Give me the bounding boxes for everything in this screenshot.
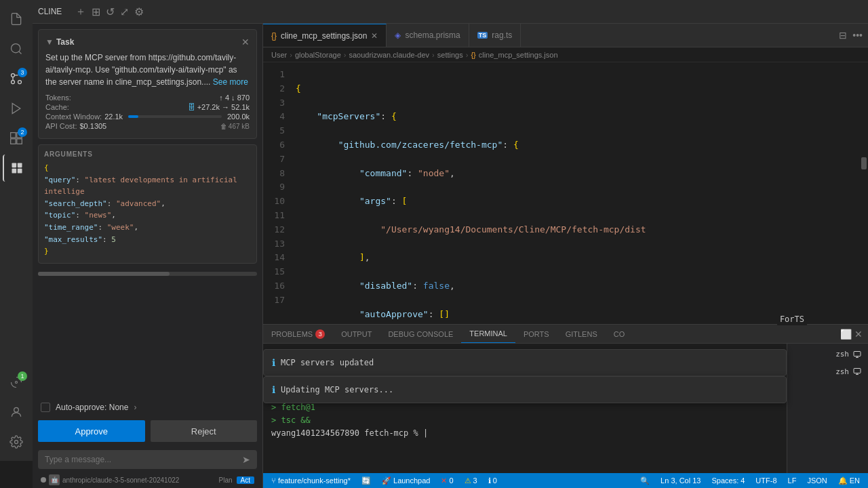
content-area: ▼ Task ✕ Set up the MCP server from http… [33,24,868,488]
tab-gitlens[interactable]: GITLENS [557,325,606,343]
message-input-area[interactable]: ➤ [38,450,257,469]
maximize-panel-icon[interactable]: ⬜ [840,329,852,340]
code-editor: 12345 678910 1112131415 1617 { "mcpServe… [263,62,868,324]
more-tabs-icon[interactable]: ••• [852,30,863,41]
tab-debug-console[interactable]: DEBUG CONSOLE [380,325,461,343]
search-status-item[interactable]: 🔍 [637,476,652,485]
task-description: Set up the MCP server from https://githu… [45,53,237,87]
search-icon[interactable] [3,35,30,62]
breadcrumb-author: saoudrizwan.claude-dev [349,51,429,59]
terminal-icon-2 [853,367,861,375]
auto-approve-chevron[interactable]: › [134,403,136,412]
line-ending-label: LF [788,476,797,485]
co-label: CO [614,330,625,338]
info-count: 0 [493,476,497,485]
notification-info-icon-2: ℹ [272,382,275,397]
remote-badge: 1 [18,371,27,381]
svg-rect-13 [18,163,22,168]
terminal-content[interactable]: 45 packages are looking for funding run … [263,344,868,473]
svg-point-3 [12,74,15,77]
tab-cline-close[interactable]: ✕ [371,31,378,41]
panel-title: CLINE [38,7,62,16]
see-more-link[interactable]: See more [213,77,248,87]
tab-co[interactable]: CO [606,325,633,343]
task-header: ▼ Task ✕ [45,37,250,47]
output-label: OUTPUT [341,330,372,338]
api-cost-row: API Cost: $0.1305 🗑 467 kB [45,122,250,130]
terminal-cursor-line: wyang1401234567890 fetch-mcp % | [271,427,860,440]
tab-cline-mcp-settings[interactable]: {} cline_mcp_settings.json ✕ [263,24,387,47]
notification-info-icon: ℹ [272,355,275,370]
problems-badge: 3 [315,329,325,339]
vertical-scroll-thumb[interactable] [861,157,867,169]
tab-terminal[interactable]: TERMINAL [461,325,515,343]
title-bar: CLINE ＋ ⊞ ↺ ⤢ ⚙ [33,0,868,24]
layout-icon[interactable]: ⊞ [92,5,100,18]
extensions-icon[interactable]: 2 [3,125,30,152]
sync-icon: 🔄 [361,476,371,485]
settings-bottom-icon[interactable] [3,428,30,455]
tab-schema-label: schema.prisma [405,30,460,40]
open-icon[interactable]: ⤢ [120,5,129,18]
encoding-item[interactable]: UTF-8 [753,476,779,485]
history-icon[interactable]: ↺ [106,5,115,18]
tab-actions: ⊟ ••• [833,24,868,47]
git-branch-item[interactable]: ⑂ feature/chunk-setting* [269,476,353,485]
model-info: 🤖 anthropic/claude-3-5-sonnet-20241022 P… [33,472,262,488]
warnings-item[interactable]: ⚠ 3 [462,476,480,485]
run-icon[interactable] [3,95,30,122]
gitlens-label: GITLENS [566,330,597,338]
send-icon[interactable]: ➤ [242,454,250,465]
files-icon[interactable] [3,5,30,33]
approve-button[interactable]: Approve [38,420,145,442]
tab-output[interactable]: OUTPUT [333,325,380,343]
horizontal-scrollbar[interactable] [38,272,257,276]
arguments-code: { "query": "latest developments in artif… [44,162,251,258]
act-button[interactable]: Act [237,476,254,484]
tab-ports[interactable]: PORTS [515,325,557,343]
position-item[interactable]: Ln 3, Col 13 [658,476,703,485]
account-icon[interactable] [3,399,30,426]
notification-updating-mcp: ℹ Updating MCP servers... [263,376,787,403]
terminal-side-item-2[interactable]: zsh [790,364,865,380]
svg-rect-11 [17,139,22,144]
line-ending-item[interactable]: LF [785,476,800,485]
source-control-icon[interactable]: 3 [3,65,30,92]
breadcrumb-settings: settings [437,51,463,59]
tab-rag-ts[interactable]: TS rag.ts [469,24,521,47]
settings-icon[interactable]: ⚙ [134,5,144,18]
sync-icon-item[interactable]: 🔄 [359,476,374,485]
tab-schema-prisma[interactable]: ◈ schema.prisma [387,24,469,47]
errors-item[interactable]: ✕ 0 [438,476,456,485]
position-label: Ln 3, Col 13 [660,476,701,485]
git-icon: ⑂ [271,476,276,485]
terminal-icon-1 [853,350,861,359]
context-progress-fill [128,115,138,118]
info-item[interactable]: ℹ 0 [486,476,500,485]
launchpad-label: Launchpad [393,476,430,485]
launchpad-item[interactable]: 🚀 Launchpad [379,476,433,485]
reject-button[interactable]: Reject [151,420,258,442]
split-editor-icon[interactable]: ⊟ [839,30,847,41]
tab-json-icon: {} [271,31,277,41]
spaces-item[interactable]: Spaces: 4 [709,476,747,485]
en-notifications-item[interactable]: 🔔 EN [835,476,863,485]
svg-point-4 [12,81,15,84]
auto-approve-checkbox[interactable] [41,403,50,412]
message-input[interactable] [45,455,242,464]
tab-prisma-icon: ◈ [395,30,401,40]
svg-rect-14 [12,169,17,174]
tab-problems[interactable]: PROBLEMS 3 [263,325,333,343]
scrollbar-thumb [38,272,170,276]
tab-rag-label: rag.ts [492,30,512,40]
code-content[interactable]: { "mcpServers": { "github.com/zcaceres/f… [290,62,868,324]
language-item[interactable]: JSON [804,476,829,485]
add-icon[interactable]: ＋ [75,5,86,19]
terminal-side-item-1[interactable]: zsh [790,346,865,363]
plan-label[interactable]: Plan [219,476,233,484]
action-button-row: Approve Reject [33,418,262,447]
cline-icon[interactable] [3,155,30,182]
close-panel-icon[interactable]: ✕ [854,329,863,340]
task-close-button[interactable]: ✕ [241,37,250,47]
remote-icon[interactable]: 1 [3,369,30,396]
